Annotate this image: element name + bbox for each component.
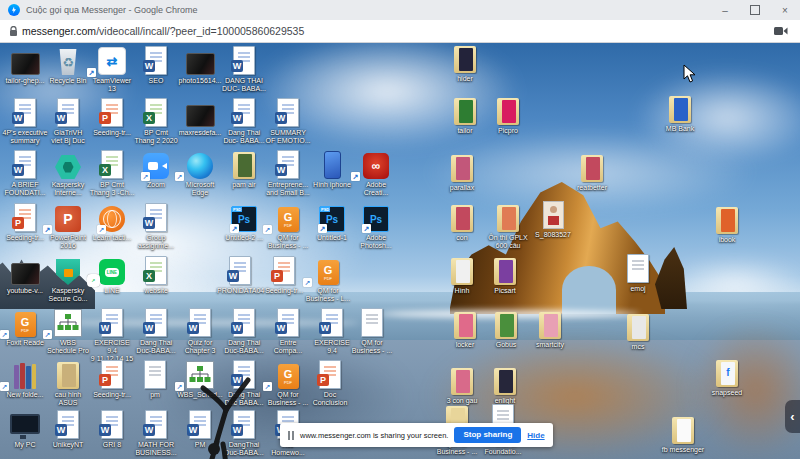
desktop-icon[interactable]: ↗Learn tacti... bbox=[89, 203, 135, 242]
desktop-icon[interactable]: 3 con gau bbox=[439, 366, 485, 405]
desktop-icon[interactable]: WEntreprene... and Small B... bbox=[265, 150, 311, 197]
desktop-icon[interactable]: PSeeding-tr... bbox=[89, 360, 135, 399]
word-icon: W bbox=[45, 410, 91, 439]
desktop-icon[interactable]: S_8083527 bbox=[530, 200, 576, 239]
desktop-icon[interactable]: WDang Thai Duc-BABA... bbox=[221, 308, 267, 355]
desktop-icon[interactable]: fsnapseed bbox=[704, 358, 750, 397]
desktop-icon[interactable]: fb messenger bbox=[660, 415, 706, 454]
desktop-icon-label: reatbetter bbox=[569, 184, 615, 192]
desktop-icon-label: My PC bbox=[2, 441, 48, 449]
desktop-icon[interactable]: WPRONiDATA04 bbox=[217, 256, 263, 295]
desktop-icon[interactable]: locker bbox=[442, 310, 488, 349]
desktop-icon[interactable]: PSeeding-tr... bbox=[261, 256, 307, 295]
desktop-icon[interactable]: Gobus bbox=[483, 310, 529, 349]
desktop-icon[interactable]: PSeeding-tr... bbox=[2, 203, 48, 242]
desktop-icon[interactable]: P↗PowerPoint 2016 bbox=[45, 203, 91, 250]
camera-permission-icon[interactable] bbox=[774, 26, 788, 36]
desktop-icon[interactable]: GPDF↗QM for Business - ... bbox=[265, 360, 311, 407]
desktop-icon[interactable]: smartcity bbox=[527, 310, 573, 349]
desktop-icon[interactable]: WSUMMARY OF EMOTIO... bbox=[265, 98, 311, 145]
desktop-icon-label: SEO bbox=[133, 77, 179, 85]
desktop-icon[interactable]: W4P's executive summary bbox=[2, 98, 48, 145]
desktop-icon[interactable]: WSEO bbox=[133, 46, 179, 85]
desktop-icon[interactable]: Ôn thi GPLX 600 câu bbox=[485, 203, 531, 250]
stop-sharing-button[interactable]: Stop sharing bbox=[454, 427, 521, 443]
desktop-icon[interactable]: LINE↗LINE bbox=[89, 256, 135, 295]
desktop-icon[interactable]: youtube-v... bbox=[2, 256, 48, 295]
url-bar[interactable]: messenger.com/videocall/incall/?peer_id=… bbox=[0, 20, 800, 43]
excel-icon: X bbox=[89, 150, 135, 179]
folder-icon bbox=[442, 96, 488, 125]
desktop-icon[interactable]: WEXERCISE 9.4 9 11 12 14 15 bbox=[89, 308, 135, 363]
desktop-icon[interactable]: WGroup assignme... bbox=[133, 203, 179, 250]
desktop-icon[interactable]: XBP Cmt Thang 2 2020 bbox=[133, 98, 179, 145]
desktop-icon[interactable]: maxresdefa... bbox=[177, 98, 223, 137]
desktop-icon[interactable]: WDang Thai Duc-BABA... bbox=[133, 308, 179, 355]
desktop-icon[interactable]: mcs bbox=[615, 312, 661, 351]
desktop-icon[interactable]: ↗Zoom bbox=[133, 150, 179, 189]
desktop-icon[interactable]: Picpro bbox=[485, 96, 531, 135]
desktop-icon[interactable]: cau hinh ASUS bbox=[45, 360, 91, 407]
desktop-icon-label: PRONiDATA04 bbox=[217, 287, 263, 295]
desktop-icon[interactable]: photo15614... bbox=[177, 46, 223, 85]
desktop-icon[interactable]: emoj bbox=[615, 254, 661, 293]
desktop-icon[interactable]: hider bbox=[442, 44, 488, 83]
desktop-icon[interactable]: pm bbox=[132, 360, 178, 399]
desktop-icon[interactable]: ∞↗Adobe Creati... bbox=[353, 150, 399, 197]
desktop-icon[interactable]: GPDF↗QM for Business - ... bbox=[265, 203, 311, 250]
lock-icon[interactable] bbox=[9, 26, 18, 37]
desktop-icon[interactable]: tailor bbox=[442, 96, 488, 135]
maximize-button[interactable] bbox=[740, 0, 770, 20]
desktop-icon[interactable]: tailor-ghep... bbox=[2, 46, 48, 85]
desktop-icon[interactable]: ibook bbox=[704, 205, 750, 244]
desktop-icon-label: cau hinh ASUS bbox=[45, 391, 91, 407]
desktop-icon[interactable]: ↗WBS Schedule Pro bbox=[45, 308, 91, 355]
desktop-icon[interactable]: My PC bbox=[2, 410, 48, 449]
desktop-icon[interactable]: WQuiz for Chapter 3 bbox=[177, 308, 223, 355]
desktop-icon[interactable]: PSDPs↗Untitled-1 bbox=[309, 203, 355, 242]
desktop-icon[interactable]: ↗Kaspersky Interne... bbox=[45, 150, 91, 197]
desktop-icon[interactable]: ↗Microsoft Edge bbox=[177, 150, 223, 197]
close-button[interactable]: × bbox=[770, 0, 800, 20]
desktop-icon[interactable]: enlight bbox=[482, 366, 528, 405]
desktop-icon[interactable]: con bbox=[439, 203, 485, 242]
desktop-icon[interactable]: PDoc Conclusion bbox=[307, 360, 353, 407]
minimize-button[interactable]: – bbox=[710, 0, 740, 20]
shortcut-arrow-icon: ↗ bbox=[263, 225, 272, 234]
ppt-icon: P bbox=[89, 360, 135, 389]
desktop-icon[interactable]: WEntre Compa... bbox=[265, 308, 311, 355]
hide-link[interactable]: Hide bbox=[527, 431, 544, 440]
desktop-icon[interactable]: QM for Business - ... bbox=[349, 308, 395, 355]
desktop-icon[interactable]: WUnikeyNT bbox=[45, 410, 91, 449]
desktop-icon[interactable]: ↗Kaspersky Secure Co... bbox=[45, 256, 91, 303]
desktop-icon[interactable]: Picsart bbox=[482, 256, 528, 295]
desktop-icon[interactable]: Hình bbox=[439, 256, 485, 295]
rock-arch-hole bbox=[562, 266, 616, 314]
desktop-icon[interactable]: WDang Thai Duc- BABA... bbox=[221, 98, 267, 145]
desktop-icon-label: Adobe Creati... bbox=[353, 181, 399, 197]
desktop-icon[interactable]: Ps↗Adobe Photosh... bbox=[353, 203, 399, 250]
folder-icon bbox=[482, 366, 528, 395]
url-text[interactable]: messenger.com/videocall/incall/?peer_id=… bbox=[22, 25, 304, 37]
desktop-icon[interactable]: ♻Recycle Bin bbox=[45, 46, 91, 85]
desktop-icon[interactable]: ↗New folde... bbox=[2, 360, 48, 399]
desktop-icon[interactable]: Xwebsite bbox=[133, 256, 179, 295]
desktop-icon[interactable]: parallax bbox=[439, 153, 485, 192]
desktop-icon[interactable]: GPDF↗QM for Business - L... bbox=[305, 256, 351, 303]
desktop-icon[interactable]: WMATH FOR BUSINESS... bbox=[133, 410, 179, 457]
desktop-icon[interactable]: GPDF↗Foxit Reade bbox=[2, 308, 48, 347]
desktop-icon[interactable]: WGRI 8 bbox=[89, 410, 135, 449]
desktop-icon[interactable]: ⇄↗TeamViewer 13 bbox=[89, 46, 135, 93]
desktop-icon[interactable]: WGiaTriVH viet Bj Duc bbox=[45, 98, 91, 145]
desktop-icon[interactable]: XBP Cmt Thang 3 -Ch... bbox=[89, 150, 135, 197]
desktop-icon[interactable]: WDANG THAI DUC- BABA... bbox=[221, 46, 267, 93]
desktop-icon[interactable]: WA BRIEF FOUNDATI... bbox=[2, 150, 48, 197]
desktop-icon[interactable]: PSeeding-tr... bbox=[89, 98, 135, 137]
desktop-icon[interactable]: reatbetter bbox=[569, 153, 615, 192]
shortcut-arrow-icon: ↗ bbox=[43, 225, 52, 234]
desktop-icon[interactable]: Hình iphone bbox=[309, 150, 355, 189]
collapse-chevron-tab[interactable]: ‹ bbox=[785, 400, 800, 433]
desktop-icon[interactable]: MB Bank bbox=[657, 94, 703, 133]
desktop-icon[interactable]: pam air bbox=[221, 150, 267, 189]
desktop-icon[interactable]: PSDPs↗Untitled-2 ... bbox=[221, 203, 267, 242]
